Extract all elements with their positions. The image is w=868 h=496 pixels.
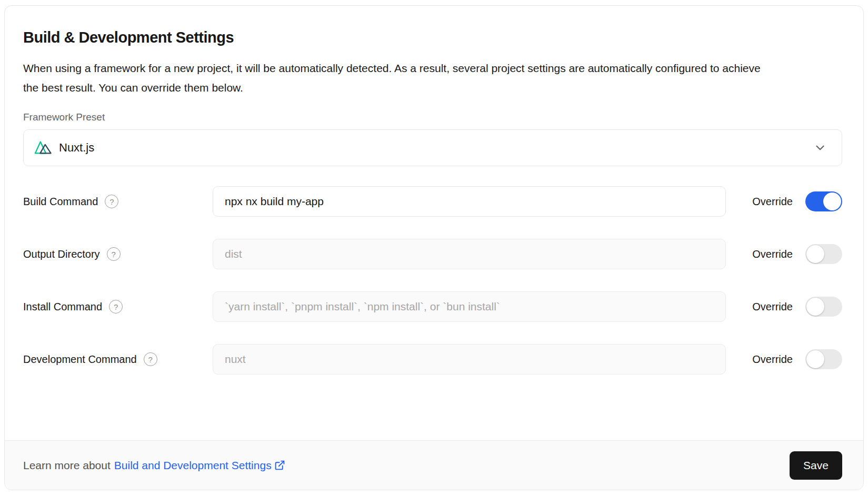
install-command-override-group: Override <box>752 297 842 317</box>
toggle-knob <box>806 298 824 316</box>
development-command-label-wrap: Development Command ? <box>23 352 213 366</box>
toggle-knob <box>806 350 824 368</box>
settings-rows: Build Command ? Override Output Director… <box>23 186 842 374</box>
development-command-override-toggle[interactable] <box>805 349 842 369</box>
framework-preset-select[interactable]: Nuxt.js <box>23 129 842 166</box>
question-circle-icon[interactable]: ? <box>107 247 121 261</box>
override-label: Override <box>752 248 793 260</box>
output-directory-input[interactable] <box>213 239 726 269</box>
output-directory-override-group: Override <box>752 244 842 264</box>
build-dev-settings-link[interactable]: Build and Development Settings <box>114 459 285 472</box>
card-content: Build & Development Settings When using … <box>5 6 863 440</box>
build-command-override-group: Override <box>752 191 842 211</box>
build-command-input[interactable] <box>213 186 726 217</box>
framework-preset-label: Framework Preset <box>23 112 842 123</box>
toggle-knob <box>823 193 841 210</box>
install-command-input[interactable] <box>213 291 726 322</box>
nuxt-logo-icon <box>34 140 52 156</box>
development-command-override-group: Override <box>752 349 842 369</box>
page-title: Build & Development Settings <box>23 29 842 46</box>
override-label: Override <box>752 196 793 208</box>
question-circle-icon[interactable]: ? <box>144 352 157 366</box>
override-label: Override <box>752 301 793 313</box>
learn-more-link-label: Build and Development Settings <box>114 459 272 472</box>
output-directory-row: Output Directory ? Override <box>23 239 842 269</box>
learn-more-prefix: Learn more about <box>23 459 111 472</box>
output-directory-label: Output Directory <box>23 248 100 260</box>
build-command-row: Build Command ? Override <box>23 186 842 217</box>
framework-preset-value: Nuxt.js <box>59 141 94 155</box>
question-circle-icon[interactable]: ? <box>109 300 123 313</box>
install-command-override-toggle[interactable] <box>805 297 842 317</box>
learn-more-text: Learn more about Build and Development S… <box>23 459 285 472</box>
development-command-row: Development Command ? Override <box>23 344 842 374</box>
chevron-down-icon <box>813 141 827 155</box>
development-command-input[interactable] <box>213 344 726 374</box>
install-command-label: Install Command <box>23 301 102 313</box>
question-circle-icon[interactable]: ? <box>105 195 118 208</box>
card-footer: Learn more about Build and Development S… <box>5 440 863 490</box>
install-command-label-wrap: Install Command ? <box>23 300 213 313</box>
override-label: Override <box>752 353 793 366</box>
build-command-override-toggle[interactable] <box>805 191 842 211</box>
external-link-icon <box>274 460 285 471</box>
output-directory-override-toggle[interactable] <box>805 244 842 264</box>
build-command-label: Build Command <box>23 196 98 208</box>
development-command-label: Development Command <box>23 353 137 366</box>
save-button[interactable]: Save <box>790 451 842 480</box>
settings-description: When using a framework for a new project… <box>23 58 766 97</box>
install-command-row: Install Command ? Override <box>23 291 842 322</box>
toggle-knob <box>806 245 824 263</box>
build-command-label-wrap: Build Command ? <box>23 195 213 208</box>
output-directory-label-wrap: Output Directory ? <box>23 247 213 261</box>
build-dev-settings-card: Build & Development Settings When using … <box>4 5 864 490</box>
